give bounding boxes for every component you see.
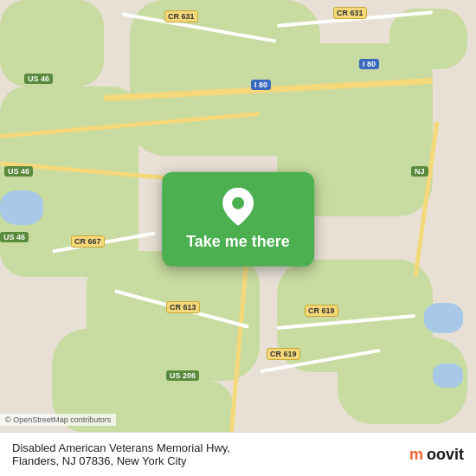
road-label-i80-center: I 80 xyxy=(251,80,271,90)
road-label-us206-bottom: US 206 xyxy=(166,370,199,381)
svg-point-0 xyxy=(232,197,244,209)
road-label-nj: NJ xyxy=(411,166,428,177)
road-label-us46-1: US 46 xyxy=(24,74,53,84)
road-label-us46-2: US 46 xyxy=(4,166,33,177)
map-container: CR 631 CR 631 US 46 US 46 US 46 I 80 I 8… xyxy=(0,0,476,476)
map-pin-icon xyxy=(222,188,254,226)
road-label-cr613: CR 613 xyxy=(166,301,200,313)
road-label-i80-right: I 80 xyxy=(359,59,379,69)
address-line-2: Flanders, NJ 07836, New York City xyxy=(12,454,409,467)
road-label-cr631-left: CR 631 xyxy=(164,10,198,23)
road-label-cr667: CR 667 xyxy=(71,235,105,248)
road-label-cr619-bottom: CR 619 xyxy=(267,348,300,360)
osm-attribution: © OpenStreetMap contributors xyxy=(0,414,116,426)
road-label-cr631-right: CR 631 xyxy=(333,7,367,19)
road-label-us46-3: US 46 xyxy=(0,232,29,242)
moovit-logo: moovit xyxy=(409,446,464,464)
moovit-logo-rest: oovit xyxy=(427,446,464,464)
address-section: Disabled American Veterans Memorial Hwy,… xyxy=(12,441,409,467)
take-me-there-label: Take me there xyxy=(186,233,290,251)
road-label-cr619-right: CR 619 xyxy=(305,305,338,317)
bottom-bar: Disabled American Veterans Memorial Hwy,… xyxy=(0,432,476,476)
take-me-there-card[interactable]: Take me there xyxy=(162,172,314,267)
moovit-logo-m: m xyxy=(409,446,423,464)
address-line-1: Disabled American Veterans Memorial Hwy, xyxy=(12,441,409,454)
